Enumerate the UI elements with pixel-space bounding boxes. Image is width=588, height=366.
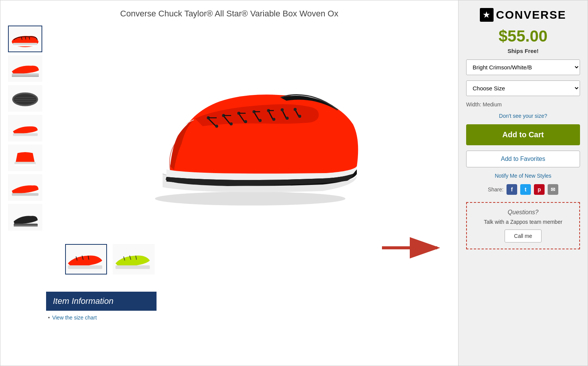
svg-point-39 [294,108,297,111]
color-select[interactable]: Bright Crimson/White/B Volt/White/Black [466,59,580,75]
svg-point-38 [286,117,289,120]
bottom-thumbnail-lime[interactable] [113,244,155,274]
size-chart-link[interactable]: View the size chart [48,315,157,321]
right-sidebar: ★ CONVERSE $55.00 Ships Free! Bright Cri… [458,0,588,366]
main-product-image [132,48,368,208]
svg-point-40 [298,115,301,118]
item-information-bar[interactable]: Item Information [46,292,157,311]
notify-me-link[interactable]: Notify Me of New Styles [495,173,551,179]
thumbnail-3[interactable] [8,85,42,112]
add-to-favorites-button[interactable]: Add to Favorites [466,151,580,167]
size-select[interactable]: Choose Size 6 6.5 7 7.5 8 8.5 9 9.5 10 1… [466,80,580,96]
svg-point-28 [215,125,218,128]
svg-point-34 [259,119,262,122]
thumb-shoe-1-icon [10,27,40,50]
bottom-thumbnail-red[interactable] [65,244,107,274]
facebook-share-button[interactable]: f [507,184,517,195]
email-share-button[interactable]: ✉ [548,184,558,195]
thumbnail-7[interactable] [8,204,42,231]
svg-rect-1 [13,43,37,45]
questions-title: Questions? [473,209,573,216]
thumbnail-5[interactable] [8,144,42,171]
dont-see-size-link[interactable]: Don't see your size? [466,113,580,119]
add-to-cart-button[interactable]: Add to Cart [466,124,580,145]
svg-rect-7 [12,75,39,77]
thumb-shoe-7-icon [10,206,40,229]
thumb-shoe-6-icon [10,176,40,199]
converse-star-icon: ★ [480,8,494,22]
svg-rect-18 [14,225,38,226]
svg-rect-2 [13,45,37,46]
thumb-shoe-4-icon [10,117,40,140]
thumbnail-2[interactable] [8,55,42,82]
call-me-button[interactable]: Call me [505,230,542,242]
questions-subtitle: Talk with a Zappos team member [473,219,573,225]
questions-box: Questions? Talk with a Zappos team membe… [466,202,580,249]
color-thumbnail-list [65,244,155,274]
thumb-shoe-5-icon [10,146,40,169]
svg-point-30 [230,122,233,125]
svg-rect-16 [12,193,38,196]
thumbnail-1[interactable] [8,26,42,52]
svg-rect-46 [68,265,102,269]
main-content: Converse Chuck Taylor® All Star® Variabl… [0,0,458,366]
bottom-thumb-red-icon [66,245,106,273]
brand-logo: ★ CONVERSE [480,8,566,22]
width-info: Width: Medium [466,101,580,108]
thumbnail-6[interactable] [8,174,42,201]
page-wrapper: Converse Chuck Taylor® All Star® Variabl… [0,0,588,366]
thumbnail-4[interactable] [8,115,42,141]
arrow-icon [382,236,443,259]
twitter-share-button[interactable]: t [520,184,531,195]
ships-free-label: Ships Free! [508,48,539,54]
svg-point-36 [272,118,275,121]
svg-rect-15 [14,164,36,165]
svg-point-37 [281,108,284,111]
svg-point-19 [155,192,345,205]
main-image-area [50,26,451,231]
bottom-thumb-lime-icon [113,245,154,273]
thumb-shoe-2-icon [10,57,40,80]
svg-rect-6 [12,73,39,76]
svg-rect-13 [13,133,38,136]
thumbnail-list [8,26,46,231]
share-row: Share: f t p ✉ [488,184,558,195]
pinterest-share-button[interactable]: p [534,184,545,195]
thumb-shoe-3-icon [10,87,40,110]
svg-point-32 [244,120,247,123]
svg-rect-50 [115,265,150,269]
product-area [8,26,451,231]
product-title: Converse Chuck Taylor® All Star® Variabl… [8,8,451,20]
price-display: $55.00 [499,27,547,45]
